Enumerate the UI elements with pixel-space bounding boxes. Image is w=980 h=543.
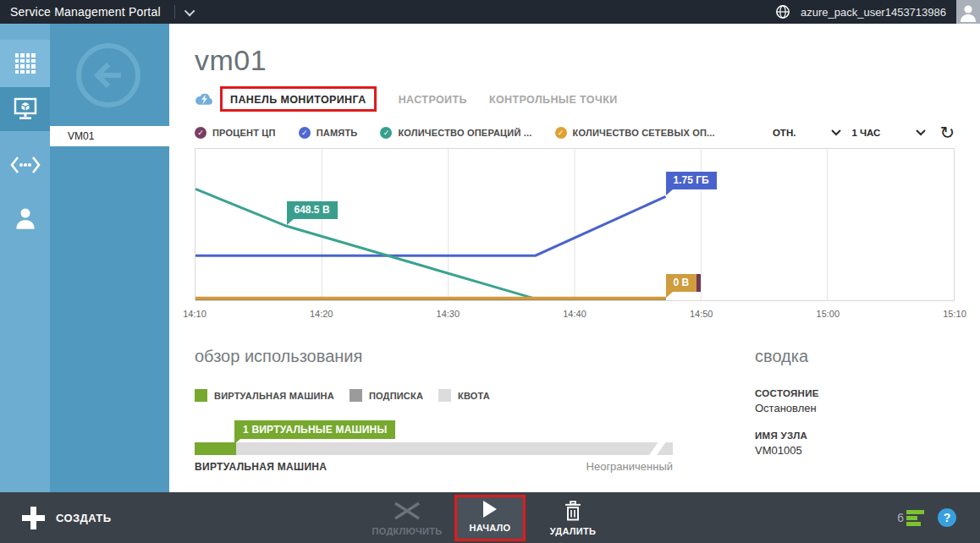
check-circle-icon: ✓ [555, 127, 567, 139]
usage-legend-item: ВИРТУАЛЬНАЯ МАШИНА [195, 389, 334, 402]
scale-value: ОТН. [773, 128, 796, 138]
x-tick-label: 14:40 [563, 309, 586, 319]
legend-swatch [350, 389, 362, 402]
chart-value-label: 0 В [666, 274, 697, 292]
summary-section: сводка СОСТОЯНИЕОстановленИМЯ УЗЛАVM0100… [755, 347, 955, 473]
sidebar-item-users[interactable] [0, 195, 50, 239]
sidebar-subpanel: VM01 [50, 24, 169, 492]
x-tick-label: 14:10 [183, 309, 206, 319]
check-circle-icon: ✓ [299, 127, 311, 139]
usage-legend-item: КВОТА [438, 389, 490, 402]
sidebar-item-virtual-machines[interactable] [0, 87, 50, 131]
summary-field-label: СОСТОЯНИЕ [755, 388, 955, 398]
scale-dropdown[interactable]: ОТН. [773, 128, 841, 138]
portal-title: Service Management Portal [10, 5, 161, 19]
check-circle-icon: ✓ [195, 127, 206, 139]
x-tick-label: 14:20 [310, 309, 333, 319]
legend-item[interactable]: ✓КОЛИЧЕСТВО ОПЕРАЦИЙ ... [380, 127, 531, 139]
usage-bar-slash [647, 442, 667, 455]
delete-button[interactable]: УДАЛИТЬ [537, 492, 608, 543]
start-label: НАЧАЛО [470, 523, 511, 533]
x-tick-label: 14:30 [437, 309, 460, 319]
usage-legend-label: ПОДПИСКА [369, 391, 423, 401]
connect-button[interactable]: ПОДКЛЮЧИТЬ [372, 492, 443, 543]
legend-label: ПАМЯТЬ [317, 128, 358, 138]
summary-field: ИМЯ УЗЛАVM01005 [755, 431, 955, 457]
x-tick-label: 15:00 [817, 309, 840, 319]
create-button[interactable]: СОЗДАТЬ [22, 507, 111, 529]
summary-title: сводка [755, 347, 955, 366]
tab-inactive[interactable]: НАСТРОИТЬ [399, 94, 467, 106]
sidebar-item-all-items[interactable] [0, 40, 50, 87]
chart-controls: ОТН. 1 ЧАС ↻ [773, 123, 955, 141]
chart-x-axis: 14:1014:2014:3014:4014:5015:0015:10 [195, 301, 955, 323]
delete-label: УДАЛИТЬ [550, 526, 597, 536]
usage-bar-fill [195, 442, 236, 455]
chevron-down-icon [916, 129, 926, 136]
username[interactable]: azure_pack_user1453713986 [801, 6, 946, 19]
help-button[interactable]: ? [938, 508, 956, 527]
connect-label: ПОДКЛЮЧИТЬ [372, 526, 442, 536]
usage-legend-item: ПОДПИСКА [350, 389, 423, 402]
legend-swatch [438, 389, 451, 402]
legend-item[interactable]: ✓КОЛИЧЕСТВО СЕТЕВЫХ ОП... [555, 127, 715, 139]
plus-icon [22, 507, 45, 529]
usage-overview-section: обзор использования ВИРТУАЛЬНАЯ МАШИНАПО… [195, 347, 673, 473]
highlight-box: ПАНЕЛЬ МОНИТОРИНГА [220, 86, 377, 112]
notifications-button[interactable]: 6 [897, 510, 924, 526]
user-icon [13, 205, 38, 230]
command-bar: СОЗДАТЬ ПОДКЛЮЧИТЬ НАЧАЛО УДАЛИТЬ [0, 492, 980, 543]
legend-item[interactable]: ✓ПАМЯТЬ [299, 127, 358, 139]
back-arrow-icon [74, 41, 143, 110]
cloud-icon [195, 92, 214, 106]
legend-label: КОЛИЧЕСТВО СЕТЕВЫХ ОП... [573, 128, 715, 138]
chevron-down-icon[interactable] [184, 5, 195, 16]
usage-title: обзор использования [195, 347, 673, 366]
top-bar: Service Management Portal azure_pack_use… [0, 0, 980, 24]
back-button[interactable] [74, 41, 143, 113]
play-icon [483, 501, 497, 518]
divider [174, 5, 175, 19]
vm-monitor-icon [13, 97, 38, 121]
activity-bars-icon [906, 510, 924, 526]
legend-label: КОЛИЧЕСТВО ОПЕРАЦИЙ ... [398, 128, 531, 138]
usage-legend-label: КВОТА [458, 391, 490, 401]
create-label: СОЗДАТЬ [56, 512, 111, 524]
connect-icon [393, 501, 421, 521]
usage-bar-name: ВИРТУАЛЬНАЯ МАШИНА [195, 461, 327, 473]
start-button[interactable]: НАЧАЛО [454, 495, 526, 541]
sidebar-icon-column [0, 24, 50, 492]
code-dots-icon [10, 156, 41, 174]
globe-icon [775, 4, 790, 19]
interval-value: 1 ЧАС [851, 128, 880, 138]
tabs-row: ПАНЕЛЬ МОНИТОРИНГАНАСТРОИТЬКОНТРОЛЬНЫЕ Т… [195, 86, 955, 112]
vm-count-badge: 1 ВИРТУАЛЬНЫЕ МАШИНЫ [234, 420, 395, 439]
chart-value-label: 1.75 ГБ [666, 172, 717, 189]
x-tick-label: 15:10 [943, 309, 966, 319]
avatar[interactable] [956, 0, 980, 24]
usage-bar-limit: Неограниченный [586, 460, 673, 473]
usage-bar [195, 442, 673, 455]
check-circle-icon: ✓ [380, 127, 392, 139]
summary-field-value: Остановлен [755, 402, 955, 414]
interval-dropdown[interactable]: 1 ЧАС [851, 128, 926, 138]
page-title: vm01 [195, 44, 955, 77]
sidebar-item-vm01[interactable]: VM01 [50, 126, 169, 146]
legend-item[interactable]: ✓ПРОЦЕНТ ЦП [195, 127, 276, 139]
chart-value-label: 648.5 В [287, 201, 338, 219]
tab-active[interactable]: ПАНЕЛЬ МОНИТОРИНГА [230, 94, 366, 106]
refresh-icon[interactable]: ↻ [939, 123, 955, 141]
usage-legend: ВИРТУАЛЬНАЯ МАШИНАПОДПИСКАКВОТА [195, 389, 673, 402]
tab-inactive[interactable]: КОНТРОЛЬНЫЕ ТОЧКИ [489, 94, 618, 106]
stacked-label-edge [696, 274, 701, 292]
legend-swatch [195, 389, 207, 402]
summary-field: СОСТОЯНИЕОстановлен [755, 388, 955, 414]
main-content: vm01 ПАНЕЛЬ МОНИТОРИНГАНАСТРОИТЬКОНТРОЛЬ… [169, 24, 980, 492]
monitoring-chart: 648.5 В1.75 ГБ0 В [195, 148, 955, 301]
notification-count: 6 [897, 511, 904, 524]
sidebar-item-endpoints[interactable] [0, 143, 50, 187]
vm-name: VM01 [68, 130, 94, 142]
chevron-down-icon [831, 129, 841, 136]
person-icon [958, 2, 978, 22]
summary-field-label: ИМЯ УЗЛА [755, 431, 955, 441]
